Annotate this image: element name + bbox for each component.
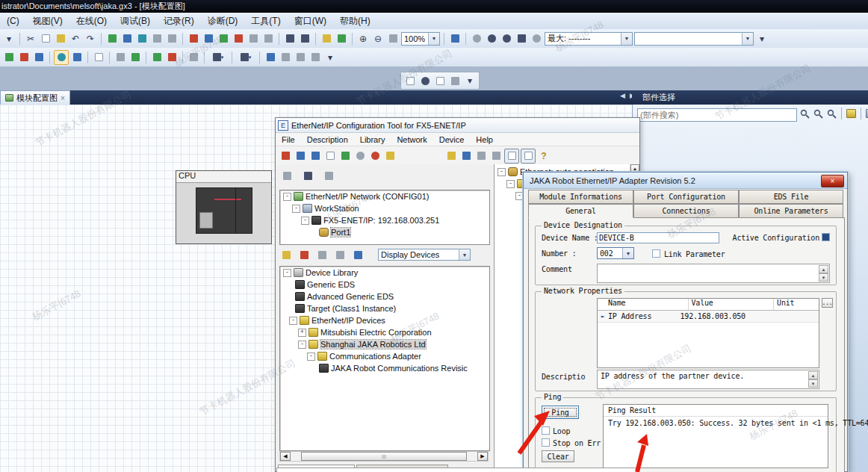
clock-setting2-icon[interactable]	[70, 51, 84, 64]
enet-add-device-icon[interactable]	[294, 149, 307, 163]
link-parameter-checkbox[interactable]	[652, 249, 660, 258]
comment-scroll-down-icon[interactable]: ▼	[819, 273, 828, 282]
find-all-parts-icon[interactable]	[825, 108, 838, 119]
clock-icon[interactable]	[530, 32, 543, 46]
expander-icon[interactable]: -	[298, 341, 306, 349]
device-mem2-icon[interactable]	[17, 51, 31, 64]
enet-build-icon[interactable]	[474, 149, 488, 163]
verify-plc-icon[interactable]	[135, 32, 149, 46]
step-run-icon[interactable]	[515, 32, 528, 46]
zoom-window-icon[interactable]	[264, 51, 277, 64]
cpu-block[interactable]: CPU	[176, 170, 272, 244]
plug-disconnect-icon[interactable]	[301, 169, 314, 182]
expander-icon[interactable]: -	[301, 217, 309, 225]
undo-icon[interactable]: ↶	[69, 32, 82, 46]
enet-menu-file[interactable]: File	[276, 135, 301, 144]
window-table-icon[interactable]	[433, 74, 447, 87]
check-program2-icon[interactable]	[500, 32, 513, 46]
copy-network-icon[interactable]	[351, 248, 365, 261]
empty-combo[interactable]: ▼	[634, 32, 754, 46]
tree-item-generic-eds[interactable]: Generic EDS	[280, 279, 489, 291]
cross-reference-icon[interactable]	[165, 51, 179, 64]
user-setting-icon[interactable]	[448, 74, 462, 87]
number-combo-dropdown-icon[interactable]: ▼	[622, 248, 633, 258]
expander-icon[interactable]: -	[289, 317, 297, 325]
tab-close-icon[interactable]: ×	[61, 94, 65, 102]
tab-online-parameters[interactable]: Online Parameters	[739, 204, 843, 218]
menu-diagnostics[interactable]: 诊断(D)	[201, 13, 245, 29]
eds-delete-icon[interactable]	[297, 248, 311, 261]
menu-record[interactable]: 记录(R)	[157, 13, 201, 29]
tree-item-port1[interactable]: Port1	[280, 226, 489, 238]
find-device1-icon[interactable]	[217, 32, 230, 46]
description-scroll-down-icon[interactable]: ▼	[808, 379, 818, 388]
display-combo-dropdown-icon[interactable]: ▼	[459, 249, 470, 260]
enet-menu-library[interactable]: Library	[354, 135, 391, 144]
enet-open-icon[interactable]	[444, 149, 458, 163]
ping-button[interactable]: Ping	[542, 406, 579, 419]
floating-more-icon[interactable]: ▾	[463, 74, 477, 87]
expander-icon[interactable]: -	[292, 205, 300, 213]
zoom-level-combo[interactable]: 100% ▼	[401, 32, 440, 46]
enet-menu-network[interactable]: Network	[391, 135, 433, 144]
library-hscrollbar[interactable]: ◀ III ▶	[279, 451, 489, 462]
enet-list-view-icon[interactable]	[323, 149, 337, 163]
comment-scroll-up-icon[interactable]: ▲	[819, 265, 828, 273]
watch1-icon[interactable]	[320, 32, 333, 46]
device-monitor2-icon[interactable]	[298, 32, 311, 46]
enet-anchor-red-icon[interactable]	[368, 149, 382, 163]
stop-on-err-checkbox[interactable]	[542, 438, 550, 447]
properties-ellipsis-button[interactable]: ...	[822, 298, 833, 308]
device-name-input[interactable]	[597, 232, 719, 243]
toolbar2-more-icon[interactable]: ▾	[323, 51, 337, 64]
enet-key-icon[interactable]	[383, 149, 397, 163]
zoom-in-icon[interactable]: ⊕	[356, 32, 370, 46]
expander-icon[interactable]: -	[283, 269, 291, 277]
tree-item-mitsubishi[interactable]: + Mitsubishi Electric Corporation	[280, 326, 489, 338]
find-next-parts-icon[interactable]	[812, 108, 825, 119]
tab-port-configuration[interactable]: Port Configuration	[633, 190, 739, 204]
number-combo[interactable]: 002 ▼	[597, 247, 634, 259]
enet-help-icon[interactable]: ?	[537, 149, 551, 163]
description-scroll-up-icon[interactable]: ▲	[808, 371, 818, 379]
hscroll-right-icon[interactable]: ▶	[477, 452, 488, 461]
fit-width-icon[interactable]	[386, 32, 400, 46]
find-magnifier-icon[interactable]: ▾	[236, 51, 255, 64]
tab-scroll-left-icon[interactable]: ◀	[620, 92, 625, 99]
device-monitor1-icon[interactable]	[283, 32, 297, 46]
max-combo-dropdown-icon[interactable]: ▼	[621, 33, 632, 45]
tree-item-network-root[interactable]: - EtherNet/IP Network (CONFIG01)	[280, 190, 489, 202]
parts-search-input[interactable]	[637, 108, 797, 122]
overflow-icon[interactable]: ▾	[2, 32, 16, 46]
simulation-icon[interactable]	[448, 32, 462, 46]
clock-setting-icon[interactable]	[54, 50, 69, 65]
menu-window[interactable]: 窗口(W)	[288, 13, 333, 29]
expander-icon[interactable]: -	[283, 193, 291, 201]
check-program1-icon[interactable]	[485, 32, 498, 46]
tab-eds-file[interactable]: EDS File	[739, 190, 843, 204]
hscroll-left-icon[interactable]: ◀	[280, 452, 291, 461]
zoom-out-icon[interactable]: ⊖	[371, 32, 385, 46]
cpu-module-image[interactable]	[196, 187, 252, 234]
expander-icon[interactable]: -	[497, 168, 506, 176]
tree-item-jaka-robot-revision[interactable]: JAKA Robot Communications Revisic	[280, 362, 489, 374]
loop-checkbox[interactable]	[542, 426, 550, 435]
monitor-eye-icon[interactable]: ▾	[208, 51, 228, 64]
expander-icon[interactable]: -	[307, 353, 315, 361]
enet-menu-description[interactable]: Description	[301, 135, 354, 144]
eds-import-icon[interactable]	[279, 248, 293, 261]
expander-icon[interactable]: +	[298, 329, 306, 337]
hscroll-thumb[interactable]: III	[301, 452, 467, 461]
max-device-combo[interactable]: 最大: -------- ▼	[545, 32, 633, 46]
menu-tools[interactable]: 工具(T)	[244, 13, 287, 29]
tree-item-fx5-enet[interactable]: - FX5-ENET/IP: 192.168.003.251	[280, 214, 489, 226]
enet-delete-icon[interactable]	[279, 149, 292, 163]
copy-icon[interactable]	[39, 32, 52, 46]
menu-help[interactable]: 帮助(H)	[333, 13, 377, 29]
enet-menu-device[interactable]: Device	[433, 135, 471, 144]
parameter2-icon[interactable]	[128, 51, 142, 64]
transfer-right-icon[interactable]	[187, 32, 200, 46]
enet-title-bar[interactable]: E EtherNet/IP Configuration Tool for FX5…	[276, 118, 639, 133]
tab-module-configuration[interactable]: 模块配置图 ×	[0, 90, 70, 105]
menu-view[interactable]: 视图(V)	[26, 13, 69, 29]
